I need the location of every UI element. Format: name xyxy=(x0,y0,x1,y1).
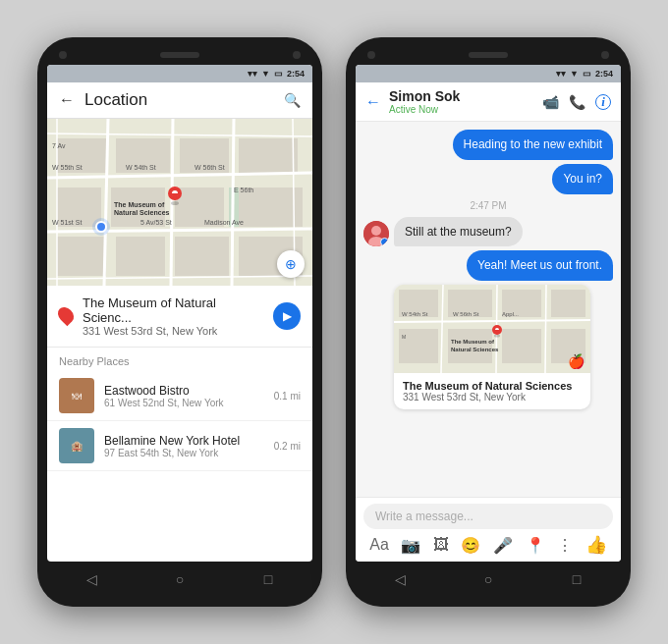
svg-text:The Museum of: The Museum of xyxy=(114,201,165,208)
message-0: Heading to the new exhibit xyxy=(453,130,613,160)
location-card-map: W 54th St W 56th St Appl... The Museum o… xyxy=(394,285,590,373)
nearby-item-0[interactable]: 🍽 Eastwood Bistro 61 West 52nd St, New Y… xyxy=(47,371,312,421)
info-icon[interactable]: i xyxy=(595,94,611,110)
svg-text:7 Av: 7 Av xyxy=(52,142,66,149)
wifi-icon: ▼ xyxy=(261,69,270,79)
location-icon[interactable]: 📍 xyxy=(526,536,545,555)
messenger-header: ← Simon Sok Active Now 📹 📞 i xyxy=(356,82,621,122)
svg-point-40 xyxy=(371,226,381,236)
contact-info: Simon Sok Active Now xyxy=(389,88,534,115)
svg-text:Natural Sciences: Natural Sciences xyxy=(114,209,170,216)
selected-place-address: 331 West 53rd St, New York xyxy=(83,325,263,337)
send-location-button[interactable]: ▶ xyxy=(273,302,301,330)
nearby-info-0: Eastwood Bistro 61 West 52nd St, New Yor… xyxy=(104,384,264,408)
header-action-icons: 📹 📞 i xyxy=(542,94,611,110)
back-arrow-icon-r[interactable]: ← xyxy=(365,93,381,111)
right-nav-bar: ◁ ○ □ xyxy=(356,562,621,593)
message-toolbar: Aa 📷 🖼 😊 🎤 📍 ⋮ 👍 xyxy=(363,534,613,556)
battery-icon: ▭ xyxy=(274,69,283,79)
svg-text:5 Av/53 St: 5 Av/53 St xyxy=(140,219,172,226)
message-row-3: Still at the museum? xyxy=(363,217,613,247)
svg-text:W 55th St: W 55th St xyxy=(52,164,83,171)
search-icon[interactable]: 🔍 xyxy=(284,92,301,108)
left-phone-top xyxy=(47,51,312,65)
svg-rect-9 xyxy=(57,237,106,276)
more-icon[interactable]: ⋮ xyxy=(557,536,573,555)
selected-location[interactable]: The Museum of Natural Scienc... 331 West… xyxy=(47,286,312,348)
contact-avatar xyxy=(363,221,389,246)
battery-icon-r: ▭ xyxy=(583,69,591,79)
speaker xyxy=(160,52,199,58)
nearby-thumb-1: 🏨 xyxy=(59,428,94,463)
left-screen: ▾▾ ▼ ▭ 2:54 ← Location 🔍 xyxy=(47,65,312,562)
svg-rect-46 xyxy=(551,290,585,317)
sensor xyxy=(293,51,301,59)
svg-rect-4 xyxy=(239,138,298,173)
location-card[interactable]: W 54th St W 56th St Appl... The Museum o… xyxy=(394,285,590,409)
svg-text:E 56th: E 56th xyxy=(234,187,253,193)
nav-home-button-r[interactable]: ○ xyxy=(478,569,498,589)
signal-icon: ▾▾ xyxy=(248,69,257,79)
like-icon[interactable]: 👍 xyxy=(585,534,607,556)
nav-recents-button[interactable]: □ xyxy=(258,569,278,589)
status-time-r: 2:54 xyxy=(595,69,613,79)
svg-text:W 51st St: W 51st St xyxy=(52,219,82,226)
voice-call-icon[interactable]: 📞 xyxy=(569,94,585,110)
front-camera-r xyxy=(367,51,375,59)
svg-line-54 xyxy=(545,285,546,373)
selected-location-info: The Museum of Natural Scienc... 331 West… xyxy=(83,295,263,337)
map-svg: W 55th St W 54th St W 56th St W 51st St … xyxy=(47,119,312,286)
nearby-thumb-0: 🍽 xyxy=(59,378,94,413)
nearby-item-1[interactable]: 🏨 Bellamine New York Hotel 97 East 54th … xyxy=(47,421,312,471)
font-icon[interactable]: Aa xyxy=(369,536,389,554)
svg-rect-49 xyxy=(502,329,541,363)
back-arrow-icon[interactable]: ← xyxy=(59,91,75,109)
location-card-name: The Museum of Natural Sciences xyxy=(403,380,582,392)
svg-rect-11 xyxy=(175,237,229,276)
nearby-name-0: Eastwood Bistro xyxy=(104,384,264,398)
message-input-bar: Write a message... Aa 📷 🖼 😊 🎤 📍 ⋮ 👍 xyxy=(356,497,621,562)
map-view[interactable]: W 55th St W 54th St W 56th St W 51st St … xyxy=(47,119,312,286)
emoji-icon[interactable]: 😊 xyxy=(461,536,480,555)
nearby-addr-1: 97 East 54th St, New York xyxy=(104,448,264,458)
svg-text:W 56th St: W 56th St xyxy=(195,164,225,171)
nearby-dist-0: 0.1 mi xyxy=(274,391,301,402)
left-status-bar: ▾▾ ▼ ▭ 2:54 xyxy=(47,65,312,82)
status-time: 2:54 xyxy=(287,69,305,79)
nav-recents-button-r[interactable]: □ xyxy=(567,569,586,589)
right-phone-top xyxy=(356,51,621,65)
svg-text:W 54th St: W 54th St xyxy=(126,164,156,171)
location-header: ← Location 🔍 xyxy=(47,82,312,119)
gallery-icon[interactable]: 🖼 xyxy=(433,536,449,554)
camera-icon[interactable]: 📷 xyxy=(401,536,420,555)
mic-icon[interactable]: 🎤 xyxy=(493,536,513,555)
signal-icon-r: ▾▾ xyxy=(556,69,566,79)
svg-text:Madison Ave: Madison Ave xyxy=(204,219,244,226)
video-call-icon[interactable]: 📹 xyxy=(542,94,559,110)
svg-text:W 56th St: W 56th St xyxy=(453,311,479,317)
message-4: Yeah! Meet us out front. xyxy=(467,250,613,281)
nearby-dist-1: 0.2 mi xyxy=(274,441,301,452)
messenger-badge-icon xyxy=(380,238,389,246)
nearby-places-title: Nearby Places xyxy=(47,348,312,371)
svg-line-20 xyxy=(232,119,234,286)
location-pin-icon xyxy=(55,304,78,327)
svg-point-38 xyxy=(96,222,106,232)
nav-back-button[interactable]: ◁ xyxy=(82,569,101,589)
right-phone: ▾▾ ▼ ▭ 2:54 ← Simon Sok Active Now 📹 📞 i… xyxy=(346,37,631,607)
nav-home-button[interactable]: ○ xyxy=(170,569,190,589)
svg-text:W 54th St: W 54th St xyxy=(402,311,428,317)
sensor-r xyxy=(601,51,609,59)
left-nav-bar: ◁ ○ □ xyxy=(47,562,312,593)
selected-place-name: The Museum of Natural Scienc... xyxy=(83,295,263,325)
timestamp-2: 2:47 PM xyxy=(363,198,613,213)
message-1: You in? xyxy=(552,164,613,194)
location-card-info: The Museum of Natural Sciences 331 West … xyxy=(394,373,590,409)
svg-rect-10 xyxy=(116,237,165,276)
locate-me-button[interactable]: ⊕ xyxy=(277,250,305,278)
nearby-addr-0: 61 West 52nd St, New York xyxy=(104,398,264,408)
message-input[interactable]: Write a message... xyxy=(363,504,613,529)
right-screen: ▾▾ ▼ ▭ 2:54 ← Simon Sok Active Now 📹 📞 i… xyxy=(356,65,621,562)
nav-back-button-r[interactable]: ◁ xyxy=(390,569,410,589)
location-card-svg: W 54th St W 56th St Appl... The Museum o… xyxy=(394,285,590,373)
